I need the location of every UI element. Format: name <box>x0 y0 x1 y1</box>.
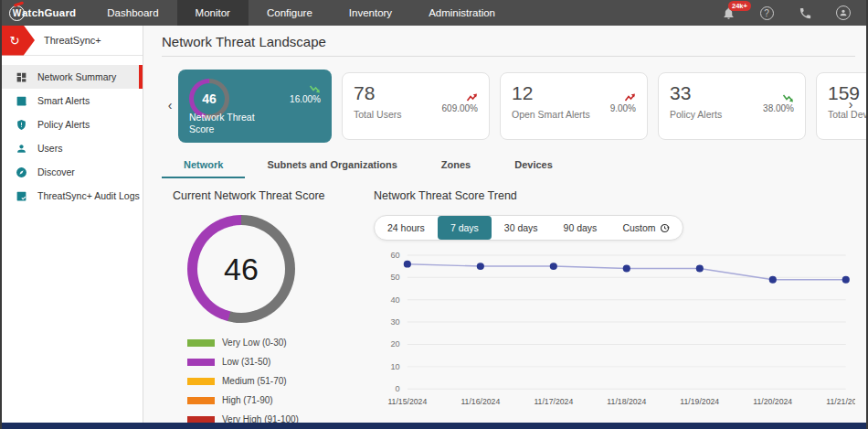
trend-title: Network Threat Score Trend <box>374 189 855 202</box>
card-trend: 9.00% <box>610 93 636 113</box>
main-content: Network Threat Landscape ‹ 46 16.00% Net… <box>143 26 866 423</box>
x-tick-label: 11/18/2024 <box>607 397 646 406</box>
legend-item: High (71-90) <box>187 395 374 405</box>
sidebar-item-label: Users <box>37 143 62 154</box>
range-30-days[interactable]: 30 days <box>492 216 551 240</box>
threat-score-trend-chart: 010203040506011/15/202411/16/202411/17/2… <box>374 248 855 411</box>
tab-network[interactable]: Network <box>162 159 245 178</box>
watchguard-logo[interactable]: W atchGuard <box>2 5 89 21</box>
y-tick-label: 60 <box>390 251 399 260</box>
current-threat-score-section: Current Network Threat Score 46 Very Low… <box>162 189 374 423</box>
sidebar-item-label: ThreatSync+ Audit Logs <box>37 190 140 201</box>
legend-item: Very High (91-100) <box>187 414 374 423</box>
trend-down-icon <box>309 84 321 93</box>
sidebar-item-label: Discover <box>37 166 75 177</box>
trend-up-icon <box>624 93 636 102</box>
account-icon <box>836 5 851 20</box>
nav-configure[interactable]: Configure <box>249 0 331 26</box>
x-tick-label: 11/19/2024 <box>680 397 719 406</box>
y-tick-label: 20 <box>390 340 399 349</box>
trend-point <box>769 276 777 284</box>
card-open-smart-alerts[interactable]: 12 9.00% Open Smart Alerts <box>500 72 648 140</box>
card-network-threat-score[interactable]: 46 16.00% Network Threat Score <box>178 70 332 143</box>
top-navigation: W atchGuard Dashboard Monitor Configure … <box>2 0 866 26</box>
carousel-prev-button[interactable]: ‹ <box>162 98 178 113</box>
mini-gauge-value: 46 <box>194 83 225 114</box>
sidebar-item-audit-logs[interactable]: ThreatSync+ Audit Logs <box>2 184 143 208</box>
legend-swatch <box>187 397 215 404</box>
page-title: Network Threat Landscape <box>162 34 326 49</box>
x-tick-label: 11/16/2024 <box>460 397 500 406</box>
audit-log-icon <box>15 189 28 203</box>
card-trend: 38.00% <box>763 93 794 113</box>
x-tick-label: 11/17/2024 <box>534 397 573 406</box>
tab-devices[interactable]: Devices <box>492 159 575 178</box>
smart-alerts-icon <box>15 94 28 108</box>
support-button[interactable] <box>797 5 813 21</box>
y-tick-label: 40 <box>390 295 399 305</box>
trend-point <box>696 265 704 273</box>
help-button[interactable]: ? <box>758 5 775 21</box>
logo-swoosh <box>14 1 24 6</box>
tab-subnets-and-organizations[interactable]: Subnets and Organizations <box>245 159 418 178</box>
legend-swatch <box>187 339 215 347</box>
range-24-hours[interactable]: 24 hours <box>375 216 438 240</box>
trend-point <box>477 263 484 270</box>
carousel-next-button[interactable]: › <box>842 97 859 112</box>
trend-down-icon <box>782 93 794 102</box>
y-tick-label: 0 <box>396 384 400 393</box>
trend-up-icon <box>466 93 478 102</box>
range-custom[interactable]: Custom <box>609 216 682 240</box>
sidebar-item-discover[interactable]: Discover <box>2 160 143 184</box>
card-title: Network Threat Score <box>189 112 271 135</box>
card-trend: 16.00% <box>290 84 321 104</box>
sidebar-item-label: Network Summary <box>37 71 116 82</box>
notifications-button[interactable]: 24k+ <box>720 5 736 21</box>
card-total-users[interactable]: 78 609.00% Total Users <box>342 72 490 140</box>
range-7-days[interactable]: 7 days <box>438 216 492 240</box>
card-policy-alerts[interactable]: 33 38.00% Policy Alerts <box>658 72 806 140</box>
dashboard-grid-icon <box>15 70 28 84</box>
y-tick-label: 50 <box>390 273 399 282</box>
legend-swatch <box>187 359 215 366</box>
trend-point <box>404 261 411 268</box>
sidebar-item-policy-alerts[interactable]: Policy Alerts <box>2 113 143 136</box>
y-tick-label: 30 <box>390 317 399 327</box>
nav-monitor[interactable]: Monitor <box>177 0 249 26</box>
sidebar-item-users[interactable]: Users <box>2 136 143 160</box>
nav-administration[interactable]: Administration <box>410 0 513 26</box>
app-label: ThreatSync+ <box>44 35 101 46</box>
threat-score-trend-section: Network Threat Score Trend 24 hours 7 da… <box>374 189 866 423</box>
page-header: Network Threat Landscape <box>162 26 855 57</box>
scope-tabs: Network Subnets and Organizations Zones … <box>162 159 866 178</box>
nav-inventory[interactable]: Inventory <box>331 0 410 26</box>
metric-cards: 46 16.00% Network Threat Score 78 609.00… <box>178 68 866 143</box>
sidebar-item-smart-alerts[interactable]: Smart Alerts <box>2 89 143 113</box>
legend-item: Low (31-50) <box>187 357 374 367</box>
user-icon <box>15 142 28 156</box>
legend-item: Very Low (0-30) <box>187 338 374 348</box>
watchguard-logo-circle: W <box>9 5 25 21</box>
trend-point <box>550 263 557 270</box>
y-tick-label: 10 <box>390 362 399 371</box>
notifications-badge: 24k+ <box>728 1 751 11</box>
sidebar: ↻ ThreatSync+ Network Summary Smart Aler… <box>2 26 143 423</box>
help-icon: ? <box>760 6 774 20</box>
sidebar-item-network-summary[interactable]: Network Summary <box>2 65 143 89</box>
trend-chart-container: 010203040506011/15/202411/16/202411/17/2… <box>374 248 855 411</box>
range-90-days[interactable]: 90 days <box>551 216 610 240</box>
footer-bar <box>2 423 866 429</box>
gauge-title: Current Network Threat Score <box>173 189 374 202</box>
legend-item: Medium (51-70) <box>187 376 374 386</box>
threat-score-gauge: 46 <box>187 215 295 323</box>
sidebar-item-label: Policy Alerts <box>37 119 90 130</box>
sidebar-item-label: Smart Alerts <box>37 95 90 106</box>
metric-carousel: ‹ 46 16.00% Network Threat Score 78 <box>162 62 866 148</box>
account-button[interactable] <box>835 5 852 21</box>
nav-dashboard[interactable]: Dashboard <box>89 0 176 26</box>
clock-history-icon <box>660 223 670 233</box>
tab-zones[interactable]: Zones <box>419 159 492 178</box>
trend-point <box>842 276 850 284</box>
phone-icon <box>799 6 812 20</box>
time-range-selector: 24 hours 7 days 30 days 90 days Custom <box>374 215 683 241</box>
